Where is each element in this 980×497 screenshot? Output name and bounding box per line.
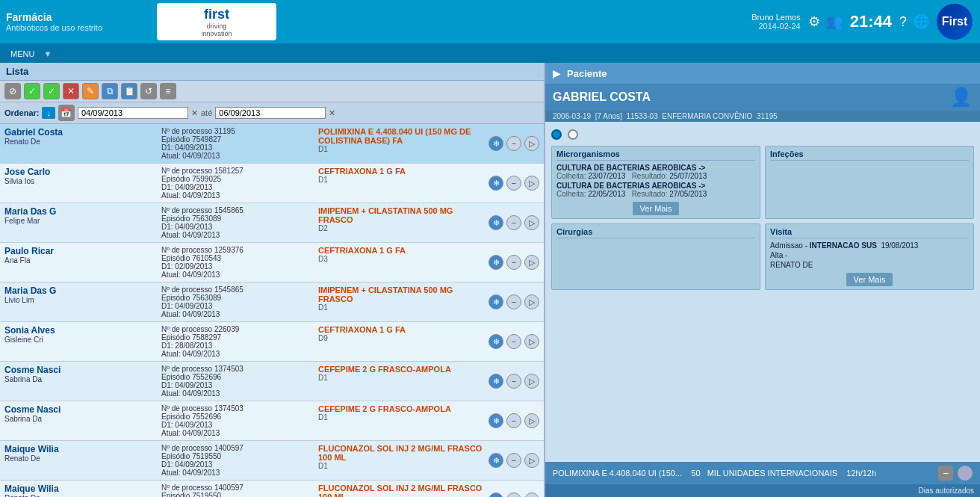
bottom-circle-button[interactable]: [958, 466, 973, 481]
action-btn-2[interactable]: −: [506, 374, 521, 389]
action-btn-1[interactable]: ❄: [489, 215, 503, 230]
drug-day: D1: [318, 374, 486, 382]
date-from-input[interactable]: [78, 107, 188, 119]
action-btn-1[interactable]: ❄: [489, 294, 503, 309]
action-btn-3[interactable]: ▷: [524, 215, 539, 230]
edit-button[interactable]: ✎: [82, 83, 99, 99]
globe-icon[interactable]: 🌐: [913, 13, 929, 30]
action-btn-1[interactable]: ❄: [489, 493, 503, 497]
header: Farmácia Antibióticos de uso restrito fi…: [0, 0, 980, 45]
row-episodio: Episódio 7519550: [161, 452, 318, 460]
action-btn-3[interactable]: ▷: [524, 334, 539, 349]
action-btn-2[interactable]: −: [506, 334, 521, 349]
table-row[interactable]: Maique Wilia Renato De Nº de processo 14…: [0, 441, 544, 481]
action-btn-2[interactable]: −: [506, 176, 521, 191]
ver-mais-visita[interactable]: Ver Mais: [846, 273, 893, 286]
row-atual: Atual: 04/09/2013: [161, 152, 318, 160]
row-actions: ❄ − ▷: [486, 365, 539, 398]
action-btn-2[interactable]: −: [506, 136, 521, 151]
check-button[interactable]: ✓: [24, 83, 40, 99]
row-processo: Nº de processo 1374503: [161, 404, 318, 413]
row-d1: D1: 04/09/2013: [161, 302, 318, 310]
table-row[interactable]: Maique Wilia Renato De Nº de processo 14…: [0, 481, 544, 497]
refresh-button[interactable]: ↺: [140, 83, 157, 99]
row-episodio: Episódio 7610543: [161, 254, 318, 262]
action-btn-3[interactable]: ▷: [524, 413, 539, 428]
row-processo: Nº de processo 1374503: [161, 365, 318, 373]
row-d1: D1: 04/09/2013: [161, 460, 318, 469]
copy-button[interactable]: ⧉: [102, 83, 118, 99]
check2-button[interactable]: ✓: [43, 83, 60, 99]
filter-x2[interactable]: ✕: [329, 108, 335, 118]
question-icon[interactable]: ?: [899, 14, 907, 30]
calendar-icon[interactable]: 📅: [58, 105, 75, 121]
filter-x1[interactable]: ✕: [191, 108, 198, 118]
action-btn-2[interactable]: −: [506, 413, 521, 428]
action-btn-3[interactable]: ▷: [524, 255, 539, 270]
more-button[interactable]: ≡: [160, 83, 176, 99]
row-atual: Atual: 04/09/2013: [161, 231, 318, 239]
table-row[interactable]: Maria Das G Livio Lim Nº de processo 154…: [0, 283, 544, 322]
row-left: Sonia Alves Gisleine Cri: [4, 325, 161, 358]
action-btn-2[interactable]: −: [506, 255, 521, 270]
bottom-drug-text: POLIMIXINA E 4.408.040 UI (150... 50 MIL…: [553, 469, 932, 478]
people-icon[interactable]: 👥: [826, 13, 843, 30]
radio-option-2[interactable]: [568, 129, 578, 140]
action-btn-2[interactable]: −: [506, 294, 521, 309]
drug-name: CEFTRIAXONA 1 G FA: [318, 167, 486, 176]
action-btn-3[interactable]: ▷: [524, 493, 539, 497]
action-btn-2[interactable]: −: [506, 453, 521, 468]
ate-label: até: [201, 108, 212, 117]
row-doctor-name: Gisleine Cri: [4, 336, 161, 344]
paciente-name: GABRIEL COSTA: [553, 90, 651, 104]
action-btn-1[interactable]: ❄: [489, 176, 503, 191]
action-btn-3[interactable]: ▷: [524, 453, 539, 468]
row-left: Maria Das G Felipe Mar: [4, 206, 161, 239]
infeccoes-title: Infeções: [770, 149, 969, 161]
table-row[interactable]: Gabriel Costa Renato De Nº de processo 3…: [0, 124, 544, 164]
date-to-input[interactable]: [215, 107, 326, 119]
action-btn-3[interactable]: ▷: [524, 136, 539, 151]
microbio-row-1: CULTURA DE BACTERIAS AEROBICAS -> Colhei…: [556, 163, 755, 181]
table-row[interactable]: Cosme Nasci Sabrina Da Nº de processo 13…: [0, 401, 544, 441]
action-btn-2[interactable]: −: [506, 215, 521, 230]
menu-button[interactable]: MENU: [6, 48, 39, 60]
bottom-minus-button[interactable]: −: [938, 466, 953, 481]
table-row[interactable]: Sonia Alves Gisleine Cri Nº de processo …: [0, 322, 544, 362]
row-middle: Nº de processo 31195 Episódio 7549827 D1…: [161, 127, 318, 160]
action-btn-1[interactable]: ❄: [489, 334, 503, 349]
action-btn-3[interactable]: ▷: [524, 294, 539, 309]
brand-title: Farmácia: [6, 11, 102, 23]
stop-button[interactable]: ⊘: [4, 83, 21, 99]
table-row[interactable]: Cosme Nasci Sabrina Da Nº de processo 13…: [0, 362, 544, 401]
table-row[interactable]: Paulo Ricar Ana Fla Nº de processo 12593…: [0, 243, 544, 283]
action-btn-1[interactable]: ❄: [489, 413, 503, 428]
gear-icon[interactable]: ⚙: [808, 13, 820, 30]
x-button[interactable]: ✕: [63, 83, 79, 99]
row-doctor-name: Sabrina Da: [4, 375, 161, 383]
row-left: Cosme Nasci Sabrina Da: [4, 404, 161, 437]
table-row[interactable]: Jose Carlo Silvia Ios Nº de processo 158…: [0, 164, 544, 203]
row-drug: CEFTRIAXONA 1 G FA D3: [318, 246, 486, 279]
row-processo: Nº de processo 1400597: [161, 444, 318, 452]
action-btn-1[interactable]: ❄: [489, 136, 503, 151]
filter-row: Ordenar: ↓ 📅 ✕ até ✕: [0, 102, 544, 124]
action-btn-2[interactable]: −: [506, 493, 521, 497]
row-actions: ❄ − ▷: [486, 404, 539, 437]
action-btn-1[interactable]: ❄: [489, 374, 503, 389]
ver-mais-microbio[interactable]: Ver Mais: [633, 202, 680, 215]
menu-arrow[interactable]: ▼: [43, 49, 52, 58]
action-btn-3[interactable]: ▷: [524, 176, 539, 191]
row-middle: Nº de processo 1374503 Episódio 7552696 …: [161, 404, 318, 437]
radio-option-1[interactable]: [551, 129, 562, 140]
action-btn-1[interactable]: ❄: [489, 453, 503, 468]
action-btn-1[interactable]: ❄: [489, 255, 503, 270]
paste-button[interactable]: 📋: [121, 83, 137, 99]
row-episodio: Episódio 7552696: [161, 413, 318, 421]
action-btn-3[interactable]: ▷: [524, 374, 539, 389]
sort-button[interactable]: ↓: [42, 107, 55, 119]
bottom-bar: POLIMIXINA E 4.408.040 UI (150... 50 MIL…: [545, 462, 980, 484]
drug-name: CEFTRIAXONA 1 G FA: [318, 325, 486, 334]
patient-gender-icon: 👤: [950, 87, 973, 108]
table-row[interactable]: Maria Das G Felipe Mar Nº de processo 15…: [0, 203, 544, 243]
